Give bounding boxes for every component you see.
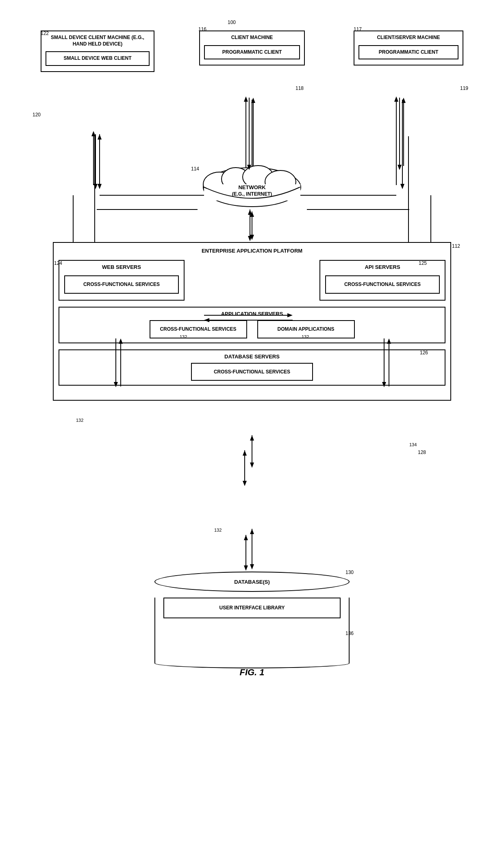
- app-servers-box: APPLICATION SERVERS CROSS-FUNCTIONAL SER…: [59, 307, 445, 343]
- small-device-machine-title: SMALL DEVICE CLIENT MACHINE (E.G., HAND …: [41, 31, 154, 49]
- web-servers-box: WEB SERVERS CROSS-FUNCTIONAL SERVICES: [59, 260, 185, 301]
- ref-114: 114: [191, 166, 199, 172]
- ref-119: 119: [460, 85, 468, 91]
- cross-functional-3-box: CROSS-FUNCTIONAL SERVICES: [150, 320, 247, 338]
- arrow-web-app-left: [113, 338, 125, 387]
- ref-132d: 132: [214, 528, 222, 532]
- database-label: DATABASE(S): [234, 579, 270, 585]
- client-server-machine-title: CLIENT/SERVER MACHINE: [354, 31, 463, 43]
- svg-marker-61: [251, 98, 255, 103]
- svg-marker-63: [398, 165, 402, 170]
- svg-text:(E.G., INTERNET): (E.G., INTERNET): [232, 191, 272, 197]
- ref-126: 126: [420, 350, 428, 356]
- ref-117: 117: [354, 26, 362, 32]
- client-machine-title: CLIENT MACHINE: [200, 31, 304, 43]
- ref-118: 118: [295, 85, 304, 91]
- ui-library-box: USER INTERFACE LIBRARY: [163, 598, 341, 618]
- svg-marker-9: [400, 184, 404, 189]
- enterprise-platform-label: ENTERPRISE APPLICATION PLATFORM: [59, 248, 445, 254]
- svg-marker-74: [248, 209, 252, 215]
- svg-marker-35: [250, 435, 254, 441]
- ref-112: 112: [452, 243, 460, 249]
- ref-132c: 132: [76, 418, 83, 423]
- ref-125: 125: [419, 260, 427, 266]
- svg-text:NETWORK: NETWORK: [238, 184, 266, 190]
- svg-marker-80: [114, 382, 118, 387]
- network-cloud: NETWORK (E.G., INTERNET): [195, 165, 309, 209]
- svg-marker-89: [243, 450, 247, 456]
- enterprise-platform-box: ENTERPRISE APPLICATION PLATFORM WEB SERV…: [53, 242, 451, 401]
- svg-marker-91: [244, 565, 248, 571]
- programmatic-client-2-box: PROGRAMMATIC CLIENT: [358, 45, 458, 60]
- cross-functional-1-box: CROSS-FUNCTIONAL SERVICES: [64, 275, 179, 294]
- arrow-api-app-right: [381, 338, 393, 387]
- domain-applications-box: DOMAIN APPLICATIONS: [257, 320, 355, 338]
- web-servers-label: WEB SERVERS: [59, 261, 184, 273]
- ref-116: 116: [198, 26, 206, 32]
- ref-130: 130: [345, 570, 354, 575]
- small-device-client-machine-box: SMALL DEVICE CLIENT MACHINE (E.G., HAND …: [41, 31, 154, 72]
- ref-124: 124: [54, 260, 62, 266]
- cross-functional-4-box: CROSS-FUNCTIONAL SERVICES: [191, 363, 313, 381]
- svg-marker-59: [247, 165, 251, 170]
- svg-marker-88: [243, 481, 247, 486]
- programmatic-client-1-box: PROGRAMMATIC CLIENT: [204, 45, 300, 60]
- diagram-container: 100 SMALL DEVICE CLIENT MACHINE (E.G., H…: [28, 8, 476, 830]
- ref-120: 120: [33, 112, 41, 118]
- arrow-network-enterprise: [246, 209, 258, 242]
- hline-left: [97, 207, 198, 212]
- ref-122: 122: [41, 31, 49, 36]
- svg-marker-73: [248, 236, 252, 241]
- svg-marker-84: [382, 382, 386, 387]
- arrow-db-database: [242, 535, 254, 572]
- small-device-web-client-box: SMALL DEVICE WEB CLIENT: [46, 51, 150, 66]
- fig-label: FIG. 1: [28, 667, 476, 678]
- arrow-app-db: [241, 450, 253, 487]
- ref-136: 136: [345, 631, 354, 636]
- app-servers-label: APPLICATION SERVERS: [59, 308, 445, 320]
- svg-marker-38: [250, 529, 254, 534]
- ref-100: 100: [228, 20, 236, 25]
- client-machine-box: CLIENT MACHINE PROGRAMMATIC CLIENT: [199, 31, 305, 65]
- cross-functional-2-box: CROSS-FUNCTIONAL SERVICES: [325, 275, 440, 294]
- ref-128: 128: [418, 450, 426, 455]
- client-server-machine-box: CLIENT/SERVER MACHINE PROGRAMMATIC CLIEN…: [354, 31, 463, 65]
- hline-right: [307, 207, 410, 212]
- svg-marker-92: [244, 535, 248, 540]
- arrow-client-network: [243, 98, 259, 171]
- database-cylinder: DATABASE(S) USER INTERFACE LIBRARY: [154, 572, 350, 668]
- svg-marker-65: [402, 98, 406, 103]
- ref-134: 134: [409, 442, 417, 447]
